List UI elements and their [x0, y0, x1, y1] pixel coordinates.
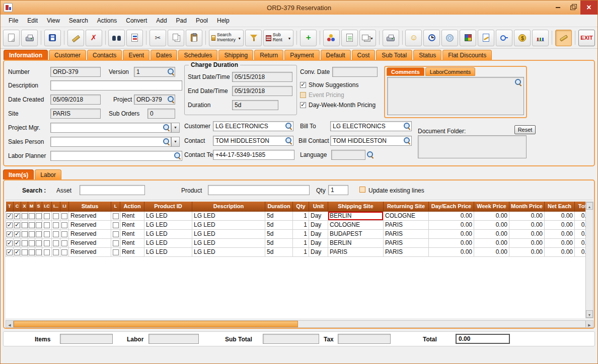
scroll-down-icon[interactable]: [586, 310, 593, 318]
column-header-qty[interactable]: Qty: [293, 202, 309, 211]
product-field[interactable]: [208, 185, 310, 195]
duration-field[interactable]: 5d: [232, 100, 278, 110]
row-checkbox-x[interactable]: [22, 222, 28, 228]
exit-button[interactable]: EXIT: [578, 30, 595, 46]
labor-planner-field[interactable]: [50, 151, 182, 161]
labor-total-field[interactable]: [148, 334, 199, 344]
cell-i-i[interactable]: [60, 229, 69, 238]
cell-shipping-site[interactable]: BERLIN: [328, 211, 384, 220]
cell-c[interactable]: [14, 229, 21, 238]
cell-product-id[interactable]: LG LED: [144, 229, 192, 238]
cell-description[interactable]: LG LED: [192, 211, 265, 220]
cell-m[interactable]: [28, 247, 35, 256]
sub-total-field[interactable]: [263, 334, 319, 344]
maximize-button[interactable]: [565, 1, 580, 15]
cell-day-each-price[interactable]: 0.00: [429, 220, 474, 229]
cell-i[interactable]: [52, 238, 60, 247]
row-checkbox-l[interactable]: [113, 249, 119, 255]
cell-duration[interactable]: 5d: [265, 220, 293, 229]
tab-schedules[interactable]: Schedules: [178, 50, 217, 60]
row-checkbox-m[interactable]: [29, 222, 35, 228]
notes-button[interactable]: [478, 30, 494, 46]
cell-returning-site[interactable]: PARIS: [384, 247, 429, 256]
cell-status[interactable]: Reserved: [69, 247, 111, 256]
project-mgr-dropdown-button[interactable]: [171, 123, 180, 133]
cell-unit[interactable]: Day: [309, 211, 328, 220]
comments-textarea[interactable]: [387, 77, 524, 115]
minimize-button[interactable]: [550, 1, 565, 15]
cell-duration[interactable]: 5d: [265, 229, 293, 238]
cell-x[interactable]: [21, 220, 28, 229]
row-checkbox-m[interactable]: [29, 240, 35, 246]
pool-button[interactable]: [323, 30, 340, 46]
cell-i[interactable]: [52, 211, 60, 220]
project-mgr-field[interactable]: [50, 123, 171, 133]
date-created-field[interactable]: 05/09/2018: [50, 95, 101, 105]
add-button[interactable]: [300, 30, 317, 46]
column-header-month-price[interactable]: Month Price: [509, 202, 545, 211]
v-scrollbar[interactable]: [585, 202, 593, 318]
cell-tot[interactable]: 0.00: [575, 220, 586, 229]
column-header-tot[interactable]: Tot...: [575, 202, 586, 211]
cell-product-id[interactable]: LG LED: [144, 238, 192, 247]
column-header-l[interactable]: L: [111, 202, 120, 211]
cell-s[interactable]: [35, 247, 42, 256]
bill-contact-field[interactable]: TOM HIDDLESTON: [330, 136, 412, 146]
row-checkbox-t[interactable]: [7, 222, 13, 228]
update-existing-lines-checkbox[interactable]: [359, 187, 365, 193]
cell-duration[interactable]: 5d: [265, 247, 293, 256]
row-checkbox-c[interactable]: [14, 213, 20, 219]
cell-net-each[interactable]: 0.00: [545, 229, 575, 238]
supply-button[interactable]: [245, 30, 262, 46]
column-header-c[interactable]: C: [14, 202, 21, 211]
column-header-returning-site[interactable]: Returning Site: [384, 202, 429, 211]
cell-i[interactable]: [52, 220, 60, 229]
cell-t[interactable]: [6, 211, 14, 220]
contact-field[interactable]: TOM HIDDLESTON: [213, 136, 293, 146]
menu-edit[interactable]: Edit: [23, 16, 42, 26]
cell-i[interactable]: [52, 247, 60, 256]
column-header-s[interactable]: S: [35, 202, 42, 211]
tax-field[interactable]: [338, 334, 391, 344]
site-field[interactable]: PARIS: [50, 109, 101, 119]
cell-unit[interactable]: Day: [309, 220, 328, 229]
cell-tot[interactable]: 0.00: [575, 247, 586, 256]
cubes-button[interactable]: [460, 30, 476, 46]
project-search-icon[interactable]: [168, 96, 175, 103]
cell-action[interactable]: Rent: [120, 247, 144, 256]
sales-person-search-icon[interactable]: [163, 138, 170, 145]
cell-s[interactable]: [35, 211, 42, 220]
cell-description[interactable]: LG LED: [192, 220, 265, 229]
search-inventory-button[interactable]: Search Inventory: [209, 30, 244, 46]
cell-action[interactable]: Rent: [120, 229, 144, 238]
cell-c[interactable]: [14, 247, 21, 256]
row-checkbox-s[interactable]: [36, 213, 42, 219]
save-button[interactable]: [44, 30, 61, 46]
scroll-left-icon[interactable]: [6, 321, 14, 327]
tab-information[interactable]: Information: [4, 50, 48, 60]
row-checkbox-x[interactable]: [22, 231, 28, 237]
column-header-x[interactable]: X: [21, 202, 28, 211]
event-pricing-checkbox[interactable]: [300, 92, 306, 98]
tab-contacts[interactable]: Contacts: [87, 50, 122, 60]
cell-net-each[interactable]: 0.00: [545, 238, 575, 247]
cell-tot[interactable]: 0.00: [575, 229, 586, 238]
paste-button[interactable]: [186, 30, 202, 46]
cell-net-each[interactable]: 0.00: [545, 220, 575, 229]
tab-dates[interactable]: Dates: [151, 50, 177, 60]
row-checkbox-s[interactable]: [36, 240, 42, 246]
row-checkbox-c[interactable]: [14, 249, 20, 255]
customer-search-icon[interactable]: [285, 123, 292, 130]
cell-action[interactable]: Rent: [120, 220, 144, 229]
cell-l[interactable]: [111, 238, 120, 247]
menu-actions[interactable]: Actions: [93, 16, 121, 26]
column-header-shipping-site[interactable]: Shipping Site: [328, 202, 384, 211]
cell-qty[interactable]: 1: [293, 220, 309, 229]
menu-view[interactable]: View: [43, 16, 64, 26]
cell-net-each[interactable]: 0.00: [545, 211, 575, 220]
h-scroll-thumb[interactable]: [14, 321, 298, 327]
print-labels-button[interactable]: [383, 30, 399, 46]
cell-x[interactable]: [21, 247, 28, 256]
new-button[interactable]: [3, 30, 20, 46]
row-checkbox-m[interactable]: [29, 213, 35, 219]
